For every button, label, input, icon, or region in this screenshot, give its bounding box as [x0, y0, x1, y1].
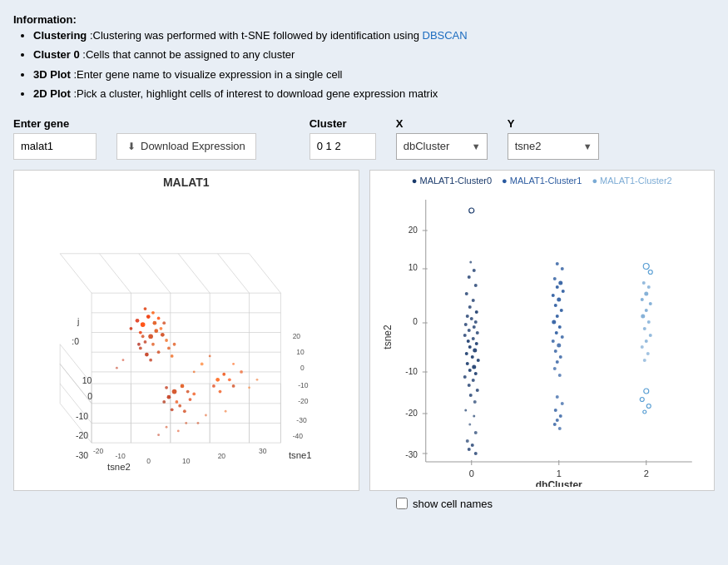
- svg-point-214: [640, 298, 643, 301]
- svg-point-175: [473, 284, 477, 287]
- svg-point-165: [473, 414, 475, 417]
- svg-point-183: [558, 280, 562, 285]
- svg-point-151: [464, 352, 468, 355]
- svg-point-58: [137, 342, 141, 345]
- svg-point-146: [471, 337, 474, 340]
- x-axis-select-wrapper: dbCluster tsne1 tsne2 ▼: [396, 133, 488, 160]
- svg-point-198: [558, 355, 562, 359]
- show-cell-names-label: show cell names: [413, 498, 493, 510]
- svg-point-99: [256, 379, 259, 381]
- svg-point-178: [468, 305, 471, 309]
- svg-text:dbCluster: dbCluster: [535, 479, 582, 487]
- svg-point-77: [171, 408, 174, 411]
- svg-point-211: [641, 281, 645, 285]
- svg-point-194: [560, 335, 563, 339]
- svg-point-213: [644, 291, 648, 295]
- download-icon: ⬇: [127, 141, 136, 152]
- svg-text:-20: -20: [93, 447, 104, 455]
- svg-text:20: 20: [408, 226, 418, 235]
- svg-line-28: [100, 253, 131, 292]
- y-axis-select[interactable]: tsne2 tsne1 dbCluster: [508, 133, 599, 160]
- svg-text:10: 10: [182, 456, 191, 464]
- svg-point-138: [465, 315, 468, 318]
- 3d-plot-area[interactable]: -30 -20 -10 0 10 :0 j tsne2 tsne1: [14, 191, 359, 490]
- clustering-label: Clustering: [33, 29, 87, 42]
- svg-point-223: [646, 352, 649, 355]
- svg-point-101: [116, 366, 118, 369]
- svg-point-190: [555, 315, 558, 318]
- svg-point-67: [144, 307, 147, 310]
- svg-point-207: [552, 423, 556, 426]
- svg-point-83: [228, 378, 231, 381]
- svg-point-141: [463, 323, 467, 326]
- y-axis-label: Y: [508, 117, 599, 130]
- controls-row: Enter gene ⬇ Download Expression Cluster…: [13, 117, 715, 160]
- svg-point-179: [474, 310, 478, 314]
- svg-point-60: [141, 322, 146, 327]
- info-list: Clustering :Clustering was performed wit…: [13, 26, 715, 104]
- svg-point-84: [219, 389, 222, 393]
- svg-point-94: [157, 434, 160, 436]
- svg-point-225: [643, 389, 648, 394]
- y-axis-control-group: Y tsne2 tsne1 dbCluster ▼: [508, 117, 599, 160]
- svg-point-149: [468, 345, 471, 349]
- svg-text:0: 0: [87, 392, 92, 401]
- svg-point-204: [553, 409, 557, 412]
- svg-point-47: [139, 346, 142, 349]
- svg-point-157: [473, 372, 477, 375]
- svg-point-174: [467, 275, 470, 279]
- svg-point-59: [173, 342, 176, 345]
- svg-point-72: [175, 400, 178, 404]
- svg-point-66: [139, 330, 142, 334]
- svg-point-159: [471, 379, 474, 382]
- svg-text:-40: -40: [293, 432, 304, 440]
- info-title: Information:: [13, 13, 77, 26]
- svg-point-176: [464, 292, 468, 295]
- svg-text:10: 10: [296, 348, 305, 356]
- 2d-plot-container: ● MALAT1-Cluster0 ● MALAT1-Cluster1 ● MA…: [369, 170, 716, 491]
- 3d-plot-container: MALAT1: [13, 170, 359, 491]
- svg-point-155: [472, 364, 476, 369]
- svg-point-144: [475, 331, 478, 335]
- svg-point-227: [646, 404, 651, 408]
- svg-point-140: [473, 320, 477, 324]
- svg-point-195: [551, 339, 554, 343]
- svg-text:-10: -10: [76, 411, 88, 420]
- download-expression-button[interactable]: ⬇ Download Expression: [116, 133, 256, 160]
- svg-point-42: [148, 334, 153, 339]
- cluster-input[interactable]: [310, 133, 376, 160]
- svg-point-45: [161, 333, 165, 337]
- svg-text:tsne2: tsne2: [107, 462, 131, 472]
- svg-point-98: [248, 386, 250, 389]
- svg-point-163: [473, 400, 476, 404]
- 2d-plot-area[interactable]: 20 10 0 -10 -20 -30 tsne2 0 1 2: [370, 187, 715, 487]
- svg-text:1: 1: [556, 468, 561, 478]
- svg-point-185: [561, 290, 564, 293]
- svg-point-143: [467, 329, 470, 332]
- svg-point-96: [177, 429, 180, 432]
- svg-point-56: [171, 354, 174, 358]
- svg-point-161: [475, 389, 478, 392]
- svg-point-61: [146, 315, 151, 319]
- svg-text:0: 0: [468, 468, 473, 478]
- svg-text:0: 0: [413, 317, 418, 326]
- svg-point-228: [642, 410, 646, 414]
- svg-point-97: [185, 422, 187, 424]
- svg-point-221: [644, 339, 647, 343]
- svg-text:j: j: [77, 317, 79, 326]
- svg-point-177: [471, 299, 474, 302]
- gene-input[interactable]: [13, 133, 97, 160]
- svg-point-168: [465, 439, 468, 443]
- x-axis-select[interactable]: dbCluster tsne1 tsne2: [396, 133, 488, 160]
- svg-point-78: [183, 409, 186, 413]
- svg-point-187: [557, 297, 561, 301]
- svg-point-199: [555, 360, 558, 364]
- show-cell-names-checkbox[interactable]: [396, 498, 408, 509]
- svg-point-57: [162, 321, 166, 325]
- legend-cluster2: ● MALAT1-Cluster2: [592, 176, 671, 186]
- svg-point-188: [553, 304, 557, 307]
- svg-point-160: [467, 384, 470, 387]
- svg-point-171: [473, 452, 477, 455]
- info-section: Information: Clustering :Clustering was …: [13, 13, 715, 104]
- svg-point-86: [201, 362, 204, 365]
